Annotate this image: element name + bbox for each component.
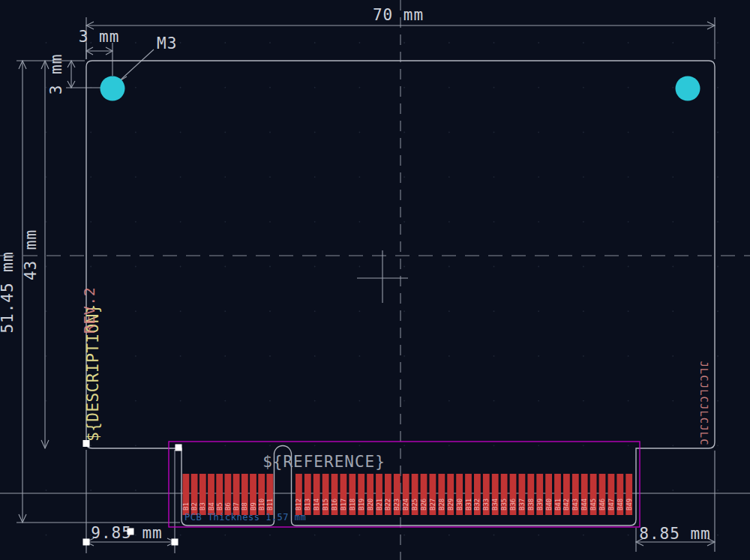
connector-pad-label: B23: [393, 499, 400, 511]
connector-pad-label: B45: [590, 499, 597, 511]
reference-field-text[interactable]: ${REFERENCE}: [262, 453, 386, 471]
connector-pad-label: B22: [384, 499, 392, 511]
connector-pad-label: B10: [258, 499, 266, 511]
connector-pad-label: B8: [241, 502, 248, 511]
connector-pad-label: B16: [331, 499, 338, 511]
connector-pad-label: B49: [626, 499, 633, 511]
connector-pad-label: B20: [367, 499, 374, 511]
connector-pad-label: B19: [358, 499, 365, 511]
dimension-70mm[interactable]: 70 mm: [86, 6, 715, 59]
connector-pad-label: B34: [491, 499, 499, 511]
dimension-3mm-horizontal[interactable]: 3 mm: [79, 28, 120, 76]
connector-pad-label: B31: [465, 499, 472, 511]
connector-pad-label: B14: [313, 499, 320, 511]
connector-pad-label: B48: [616, 499, 624, 511]
dimension-9-85mm-label[interactable]: 9.85 mm: [91, 524, 163, 542]
connector-pad-label: B4: [208, 502, 215, 511]
connector-pad-label: B27: [429, 499, 436, 511]
connector-pad-label: B39: [536, 499, 544, 511]
dimension-8-85mm-label[interactable]: 8.85 mm: [639, 525, 711, 543]
connector-pad-label: B42: [562, 499, 570, 511]
connector-pad-label: B43: [572, 499, 579, 511]
dimension-70mm-label[interactable]: 70 mm: [373, 6, 424, 24]
connector-pad-label: B28: [438, 499, 446, 511]
connector-pad-label: B25: [411, 499, 418, 511]
connector-pad-label: B13: [304, 499, 311, 511]
edge-connector-pads[interactable]: B1B2B3B4B5B6B7B8B9B10B11B12B13B14B15B16B…: [182, 474, 633, 515]
connector-pad-label: B30: [456, 499, 464, 511]
connector-pad-label: B21: [376, 499, 383, 511]
mounting-hole-left[interactable]: [100, 76, 125, 101]
hole-callout-m3[interactable]: M3: [118, 34, 177, 85]
mounting-hole-right[interactable]: [676, 76, 700, 101]
connector-pad-label: B40: [545, 499, 553, 511]
connector-pad-label: B47: [608, 499, 615, 511]
connector-pad-label: B37: [518, 499, 526, 511]
connector-pad-label: B17: [340, 499, 347, 511]
connector-pad-label: B15: [322, 499, 329, 511]
dimension-51-45mm-label[interactable]: 51.45 mm: [0, 251, 16, 333]
dimension-3mm-v-label[interactable]: 3 mm: [47, 54, 65, 95]
connector-pad-label: B29: [447, 499, 454, 511]
dimension-3mm-h-label[interactable]: 3 mm: [79, 28, 120, 46]
connector-pad-label: B7: [232, 502, 240, 511]
connector-pad-label: B32: [473, 499, 481, 511]
connector-pad-label: B5: [216, 502, 224, 511]
connector-pad-label: B1: [182, 502, 190, 511]
silkscreen-left-pink-text[interactable]: REV.2: [80, 287, 98, 334]
connector-pad-label: B35: [500, 499, 508, 511]
connector-pad-label: B41: [554, 499, 562, 511]
connector-pad-label: B36: [509, 499, 517, 511]
connector-pad-label: B2: [190, 502, 198, 511]
dimension-43mm-label[interactable]: 43 mm: [22, 229, 40, 280]
connector-pad-label: B46: [598, 499, 606, 511]
connector-pad-label: B38: [527, 499, 535, 511]
connector-pad-label: B24: [402, 499, 410, 511]
connector-pad-label: B6: [224, 502, 232, 511]
fab-marking-right-text[interactable]: JLCJLCJLCJLC: [698, 361, 710, 445]
pcb-thickness-note[interactable]: PCB Thickness 1.57 mm: [184, 512, 306, 523]
connector-pad-label: B9: [250, 502, 257, 511]
connector-pad-label: B44: [580, 499, 588, 511]
connector-pad-label: B12: [295, 499, 302, 511]
connector-pad-label: B26: [420, 499, 428, 511]
pcb-editor-canvas[interactable]: 70 mm 3 mm 3 mm M3 51.45 mm 43 mm: [0, 0, 750, 560]
hole-callout-m3-label[interactable]: M3: [157, 34, 177, 52]
dimension-43mm[interactable]: 43 mm: [22, 61, 49, 448]
connector-pad-label: B18: [349, 499, 356, 511]
connector-pad-label: B33: [482, 499, 490, 511]
dimension-8-85mm[interactable]: 8.85 mm: [636, 451, 715, 552]
connector-pad-label: B11: [266, 499, 274, 511]
dimension-9-85mm[interactable]: 9.85 mm: [86, 450, 175, 553]
connector-pad-label: B3: [199, 502, 206, 511]
